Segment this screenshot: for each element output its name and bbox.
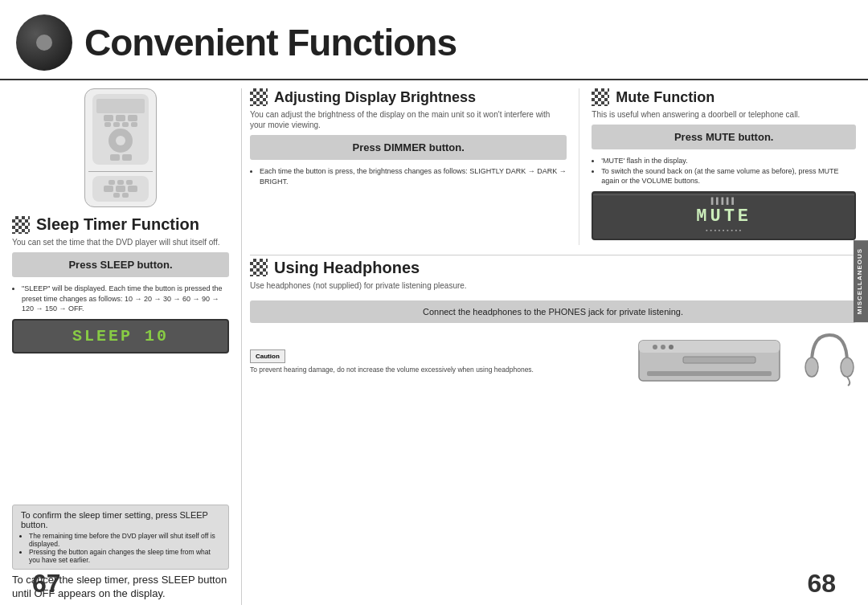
remote-btn [128,186,137,192]
remote-dpad [108,129,133,153]
remote-btn-row-6 [96,193,145,198]
headphones-connect-box: Connect the headphones to the PHONES jac… [250,300,856,323]
misc-tab: MISCELLANEOUS [854,240,868,322]
mute-display: ▌▌▌▌▌ MUTE ▪▪▪▪▪▪▪▪▪ [592,191,856,240]
svg-rect-6 [647,371,772,376]
page-number-right: 68 [807,569,836,599]
mute-display-bottom: ▪▪▪▪▪▪▪▪▪ [601,227,846,234]
headphones-section: Using Headphones Use headphones (not sup… [250,259,856,605]
adjusting-title: Adjusting Display Brightness [274,89,476,106]
caution-text: To prevent hearing damage, do not increa… [250,366,627,374]
svg-point-4 [669,345,674,349]
remote-btn-sm [113,193,120,198]
sleep-press-box: Press SLEEP button. [12,252,229,277]
remote-bottom [92,176,149,202]
remote-btn-row-3 [96,154,145,161]
dimmer-press-box: Press DIMMER button. [250,135,567,160]
svg-point-2 [653,345,657,349]
remote-screen [96,99,145,113]
headphones-illustration: Caution To prevent hearing damage, do no… [250,331,856,390]
headphones-header: Using Headphones [250,259,856,277]
adjusting-section: Adjusting Display Brightness You can adj… [250,88,567,245]
mute-bullet-2: To switch the sound back on (at the same… [601,166,856,186]
right-column: Adjusting Display Brightness You can adj… [242,80,868,613]
remote-btn [116,186,125,192]
top-row: Adjusting Display Brightness You can adj… [250,88,856,245]
checker-icon-mute [592,88,609,106]
sleep-timer-subtitle: You can set the time that the DVD player… [12,237,229,247]
svg-rect-1 [639,341,780,353]
remote-btn-sm [117,180,124,185]
dvd-player-svg [635,333,796,385]
caution-label: Caution [250,349,285,363]
sleep-bullet-list: "SLEEP" will be displayed. Each time the… [12,284,229,314]
remote-control [84,88,157,207]
remote-btn [104,115,113,121]
checker-icon [12,216,30,234]
remote-btn-sm [131,122,137,127]
remote-btn-row-1 [96,115,145,121]
confirm-bullet-list: The remaining time before the DVD player… [21,532,220,564]
adjusting-subtitle: You can adjust the brightness of the dis… [250,109,567,130]
mute-bullet-1: 'MUTE' flash in the display. [601,156,856,166]
adjusting-header: Adjusting Display Brightness [250,88,567,106]
sleep-timer-section: Sleep Timer Function You can set the tim… [12,215,229,500]
remote-btn [122,154,132,161]
remote-btn [110,154,120,161]
svg-point-7 [805,358,818,377]
adjusting-bullet-1: Each time the button is press, the brigh… [260,166,567,186]
mute-title: Mute Function [616,89,714,106]
confirm-bullet-2: Pressing the button again changes the sl… [29,548,220,564]
remote-btn-row-4 [96,180,145,185]
confirm-bullet-1: The remaining time before the DVD player… [29,532,220,548]
mute-press-box: Press MUTE button. [592,125,856,149]
page-number-left: 67 [32,569,61,599]
sleep-confirm-box: To confirm the sleep timer setting, pres… [12,505,229,570]
mute-header: Mute Function [592,88,856,106]
headphones-subtitle: Use headphones (not supplied) for privat… [250,280,856,291]
sleep-timer-header: Sleep Timer Function [12,215,229,234]
main-content: Sleep Timer Function You can set the tim… [0,80,868,613]
remote-illustration [12,88,229,207]
remote-dpad-center [116,136,125,145]
remote-btn-sm [108,180,115,185]
remote-btn [128,115,137,121]
sleep-bullet-1: "SLEEP" will be displayed. Each time the… [22,284,229,314]
mute-display-top: ▌▌▌▌▌ [601,198,846,206]
remote-btn-sm [122,193,129,198]
remote-btn-sm [113,122,120,127]
checker-icon-headphones [250,259,268,276]
section-divider-v [579,88,579,245]
sleep-confirm-text: To confirm the sleep timer setting, pres… [21,510,208,529]
headphones-svg [804,331,856,387]
horizontal-divider [250,255,856,255]
remote-btn-sm [122,122,129,127]
mute-bullet-list: 'MUTE' flash in the display. To switch t… [592,156,856,186]
checker-icon-adjust [250,88,268,106]
logo-icon [16,14,72,71]
remote-btn [116,115,125,121]
svg-rect-5 [683,357,755,363]
mute-section: Mute Function This is useful when answer… [592,88,856,245]
mute-subtitle: This is useful when answering a doorbell… [592,109,856,120]
svg-point-8 [841,358,854,377]
sleep-timer-title: Sleep Timer Function [36,215,199,234]
remote-btn-row-5 [96,186,145,192]
left-column: Sleep Timer Function You can set the tim… [0,80,241,613]
sleep-display: SLEEP 10 [12,319,229,353]
remote-top [92,94,149,165]
headphones-svg-area [804,331,856,390]
remote-btn-row-2 [96,122,145,127]
dvd-player-area [635,333,796,388]
page-header: Convenient Functions [0,0,868,80]
svg-point-3 [661,345,665,349]
adjusting-bullet-list: Each time the button is press, the brigh… [250,166,567,186]
remote-btn-sm [126,180,133,185]
headphones-title: Using Headphones [274,259,420,277]
remote-divider [88,171,153,172]
remote-btn-sm [104,122,111,127]
remote-btn [104,186,113,192]
caution-area: Caution To prevent hearing damage, do no… [250,347,627,374]
page-title: Convenient Functions [84,21,457,64]
